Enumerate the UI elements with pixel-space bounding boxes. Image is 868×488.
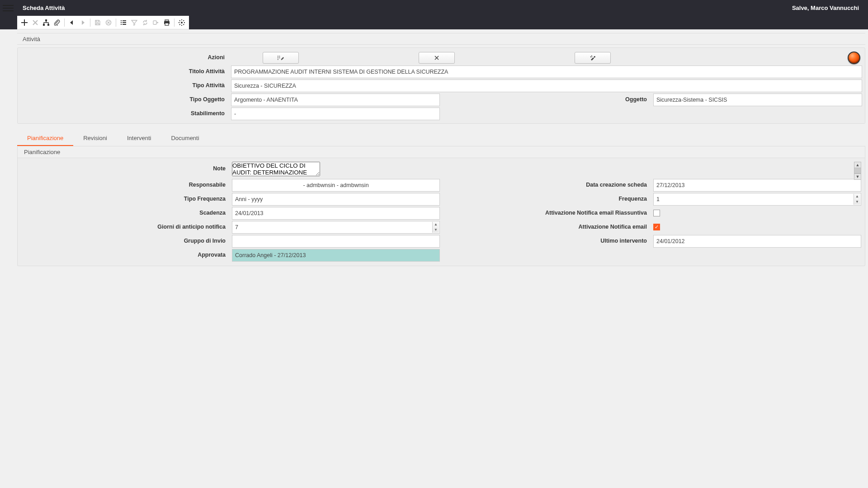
svg-rect-13 (165, 23, 169, 25)
back-button[interactable] (66, 17, 77, 28)
data-creazione-input[interactable] (653, 179, 861, 192)
giorni-down[interactable]: ▼ (433, 227, 439, 233)
notifica-riassuntiva-label: Attivazione Notifica email Riassuntiva (443, 206, 651, 220)
frequenza-label: Frequenza (443, 192, 651, 206)
hamburger-menu[interactable] (2, 3, 20, 14)
scadenza-label: Scadenza (21, 206, 229, 220)
page-title: Scheda Attività (23, 5, 65, 11)
tipo-attivita-label: Tipo Attività (20, 79, 228, 93)
svg-rect-1 (43, 24, 45, 26)
tab-documenti[interactable]: Documenti (161, 131, 209, 146)
responsabile-input[interactable] (232, 179, 440, 192)
svg-rect-11 (165, 20, 169, 21)
oggetto-input[interactable] (653, 94, 862, 106)
ultimo-intervento-label: Ultimo intervento (443, 234, 651, 248)
tab-revisioni[interactable]: Revisioni (73, 131, 117, 146)
tipo-oggetto-input[interactable] (231, 94, 440, 106)
topbar: Scheda Attività Salve, Marco Vannucchi (0, 0, 868, 16)
note-scroll-up[interactable]: ▲ (854, 162, 861, 168)
approvata-field: Corrado Angeli - 27/12/2013 (232, 249, 440, 262)
tab-interventi[interactable]: Interventi (117, 131, 161, 146)
frequenza-input[interactable] (653, 193, 861, 206)
print-button[interactable] (161, 17, 172, 28)
tipo-frequenza-label: Tipo Frequenza (21, 192, 229, 206)
oggetto-label: Oggetto (443, 93, 651, 107)
note-textarea[interactable] (232, 162, 320, 176)
giorni-up[interactable]: ▲ (433, 222, 439, 227)
svg-rect-18 (279, 57, 280, 58)
filter-button[interactable] (129, 17, 140, 28)
attivita-panel: Azioni Titolo Attività Tipo Attività Tip… (17, 47, 865, 124)
svg-rect-0 (45, 19, 47, 21)
forward-button[interactable] (77, 17, 88, 28)
action-close-button[interactable] (419, 52, 455, 64)
pianificazione-header: Pianificazione (17, 146, 865, 158)
hierarchy-button[interactable] (41, 17, 52, 28)
user-greeting: Salve, Marco Vannucchi (792, 5, 863, 11)
stabilimento-input[interactable] (231, 108, 440, 120)
svg-rect-15 (278, 56, 278, 56)
svg-rect-19 (278, 59, 278, 60)
notifica-email-checkbox[interactable]: ✓ (653, 224, 660, 230)
svg-rect-8 (121, 24, 122, 25)
svg-rect-6 (121, 22, 122, 23)
responsabile-label: Responsabile (21, 178, 229, 192)
list-button[interactable] (118, 17, 129, 28)
tipo-oggetto-label: Tipo Oggetto (20, 93, 228, 107)
tab-pianificazione[interactable]: Pianificazione (17, 131, 73, 146)
svg-rect-7 (123, 22, 126, 23)
scadenza-input[interactable] (232, 207, 440, 220)
refresh-a-button[interactable] (140, 17, 151, 28)
svg-rect-16 (279, 56, 280, 56)
section-header-attivita: Attività (17, 33, 865, 45)
svg-point-14 (181, 22, 183, 23)
ultimo-intervento-input[interactable] (653, 235, 861, 248)
titolo-input[interactable] (231, 66, 862, 78)
frequenza-up[interactable]: ▲ (854, 194, 860, 199)
note-scroll-thumb[interactable] (854, 168, 861, 174)
toolbar (0, 16, 868, 29)
tipo-frequenza-input[interactable] (232, 193, 440, 206)
azioni-label: Azioni (20, 51, 228, 65)
note-label: Note (21, 162, 229, 178)
attach-button[interactable] (52, 17, 62, 28)
svg-rect-2 (47, 24, 49, 26)
action-edit-button[interactable] (263, 52, 299, 64)
frequenza-down[interactable]: ▼ (854, 199, 860, 205)
delete-button[interactable] (30, 17, 41, 28)
action-tools-button[interactable] (575, 52, 611, 64)
titolo-label: Titolo Attività (20, 65, 228, 79)
notifica-email-label: Attivazione Notifica email (443, 220, 651, 234)
tipo-attivita-input[interactable] (231, 80, 862, 92)
svg-rect-4 (121, 20, 122, 21)
svg-rect-17 (278, 57, 278, 58)
cancel-button[interactable] (103, 17, 114, 28)
pianificazione-panel: Pianificazione Note ▲ ▼ Responsabile Dat… (17, 146, 865, 266)
data-creazione-label: Data creazione scheda (443, 178, 651, 192)
gruppo-invio-input[interactable] (232, 235, 440, 248)
notifica-riassuntiva-checkbox[interactable] (653, 210, 660, 216)
note-scroll-down[interactable]: ▼ (854, 174, 861, 180)
gruppo-invio-label: Gruppo di Invio (21, 234, 229, 248)
status-indicator (848, 52, 860, 64)
approvata-label: Approvata (21, 248, 229, 262)
svg-rect-5 (123, 20, 126, 21)
tabs: Pianificazione Revisioni Interventi Docu… (17, 131, 865, 146)
stabilimento-label: Stabilimento (20, 107, 228, 121)
play-button[interactable] (151, 17, 161, 28)
svg-rect-9 (123, 24, 126, 25)
giorni-anticipo-input[interactable] (232, 221, 440, 234)
new-button[interactable] (19, 17, 30, 28)
svg-rect-10 (153, 21, 156, 24)
giorni-anticipo-label: Giorni di anticipo notifica (21, 220, 229, 234)
settings-button[interactable] (176, 17, 187, 28)
save-button[interactable] (92, 17, 103, 28)
